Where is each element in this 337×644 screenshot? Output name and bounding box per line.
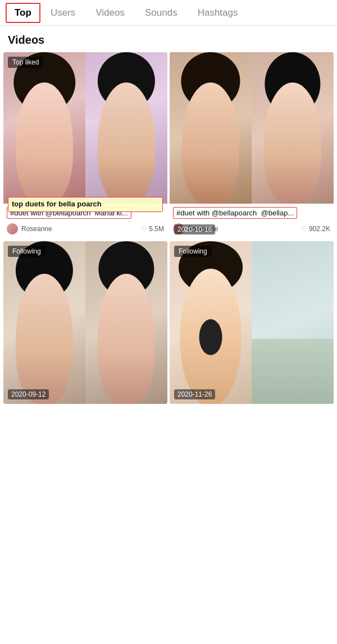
badge-following-4: Following	[174, 246, 212, 257]
date-overlay-4: 2020-11-26	[174, 389, 215, 399]
tab-bar: Top Users Videos Sounds Hashtags	[0, 0, 337, 26]
thumb-left-3	[3, 241, 85, 404]
section-title: Videos	[0, 26, 337, 52]
tab-users[interactable]: Users	[40, 1, 85, 25]
card-likes-1: ♡ 5.5M	[140, 225, 164, 233]
tab-sounds[interactable]: Sounds	[135, 1, 188, 25]
date-overlay-3: 2020-09-12	[8, 389, 49, 399]
card-hashtag-2: #duet with @bellapoarch @bellap...	[173, 207, 297, 219]
thumb-left-2	[170, 52, 252, 204]
thumb-left-4	[170, 241, 252, 404]
thumb-right-1	[85, 52, 167, 204]
thumb-right-2	[252, 52, 334, 204]
card-likes-2: ♡ 902.2K	[300, 225, 330, 233]
video-card-3[interactable]: Following 2020-09-12	[3, 241, 167, 404]
thumb-right-4	[252, 241, 334, 404]
badge-top-liked: Top liked	[8, 57, 43, 68]
card-meta-1: Roseanne ♡ 5.5M	[7, 223, 164, 234]
videos-grid: Top liked top duets for bella poarch #du…	[0, 52, 337, 404]
thumb-left-1	[3, 52, 85, 204]
card-author-1: Roseanne	[21, 225, 137, 233]
video-thumb-4	[170, 241, 334, 404]
video-card-4[interactable]: Following 2020-11-26	[170, 241, 334, 404]
caption-box-1: top duets for bella poarch	[8, 197, 163, 212]
heart-icon-1: ♡	[140, 225, 147, 233]
tab-top[interactable]: Top	[6, 3, 40, 23]
video-thumb-1	[3, 52, 167, 204]
thumb-right-3	[85, 241, 167, 404]
video-thumb-2	[170, 52, 334, 204]
date-overlay-2: 2020-10-16	[174, 224, 215, 234]
tab-videos[interactable]: Videos	[85, 1, 135, 25]
avatar-1	[7, 223, 18, 234]
video-card-1[interactable]: Top liked top duets for bella poarch #du…	[3, 52, 167, 239]
video-thumb-3	[3, 241, 167, 404]
heart-icon-2: ♡	[300, 225, 307, 233]
video-card-2[interactable]: 2020-10-16 #duet with @bellapoarch @bell…	[170, 52, 334, 239]
tab-hashtags[interactable]: Hashtags	[188, 1, 248, 25]
badge-following-3: Following	[8, 246, 45, 257]
